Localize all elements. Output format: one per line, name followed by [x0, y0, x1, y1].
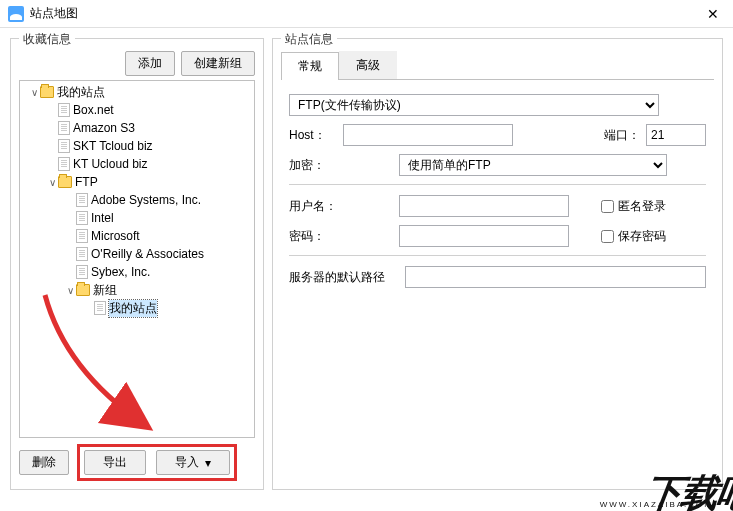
tree-item-label: SKT Tcloud biz	[73, 139, 153, 153]
tree-item-label: FTP	[75, 175, 98, 189]
tree-item-label: Intel	[91, 211, 114, 225]
tree-item-label: Box.net	[73, 103, 114, 117]
tree-item[interactable]: ∨新组	[20, 281, 254, 299]
site-info-group: 站点信息 常规 高级 FTP(文件传输协议) Host： 端口： 加密：	[272, 38, 723, 490]
port-input[interactable]	[646, 124, 706, 146]
add-button[interactable]: 添加	[125, 51, 175, 76]
tree-item-label: Adobe Systems, Inc.	[91, 193, 201, 207]
password-input[interactable]	[399, 225, 569, 247]
tree-item-label: 我的站点	[109, 300, 157, 317]
tree-expander-icon[interactable]: ∨	[28, 87, 40, 98]
tree-item[interactable]: Intel	[20, 209, 254, 227]
protocol-select[interactable]: FTP(文件传输协议)	[289, 94, 659, 116]
username-label: 用户名：	[289, 198, 337, 215]
save-password-checkbox[interactable]: 保存密码	[601, 228, 666, 245]
file-icon	[76, 211, 88, 225]
tab-general[interactable]: 常规	[281, 52, 339, 80]
title-bar: 站点地图 ✕	[0, 0, 733, 28]
tree-item[interactable]: Sybex, Inc.	[20, 263, 254, 281]
encryption-select[interactable]: 使用简单的FTP	[399, 154, 667, 176]
chevron-down-icon: ▾	[205, 456, 211, 470]
tree-item-label: KT Ucloud biz	[73, 157, 147, 171]
site-tree[interactable]: ∨我的站点Box.netAmazon S3SKT Tcloud bizKT Uc…	[19, 80, 255, 438]
username-input[interactable]	[399, 195, 569, 217]
tree-item[interactable]: Microsoft	[20, 227, 254, 245]
host-input[interactable]	[343, 124, 513, 146]
file-icon	[76, 265, 88, 279]
delete-button[interactable]: 删除	[19, 450, 69, 475]
favorites-title: 收藏信息	[19, 31, 75, 48]
tree-item[interactable]: KT Ucloud biz	[20, 155, 254, 173]
port-label: 端口：	[604, 127, 640, 144]
tree-item-label: Microsoft	[91, 229, 140, 243]
export-import-highlight: 导出 导入▾	[77, 444, 237, 481]
close-button[interactable]: ✕	[701, 4, 725, 24]
file-icon	[76, 247, 88, 261]
file-icon	[58, 139, 70, 153]
tree-item[interactable]: O'Reilly & Associates	[20, 245, 254, 263]
tree-item-label: O'Reilly & Associates	[91, 247, 204, 261]
tree-expander-icon[interactable]: ∨	[46, 177, 58, 188]
import-button[interactable]: 导入▾	[156, 450, 230, 475]
site-info-title: 站点信息	[281, 31, 337, 48]
tab-advanced[interactable]: 高级	[339, 51, 397, 79]
new-group-button[interactable]: 创建新组	[181, 51, 255, 76]
encryption-label: 加密：	[289, 157, 337, 174]
tree-item[interactable]: SKT Tcloud biz	[20, 137, 254, 155]
anonymous-checkbox[interactable]: 匿名登录	[601, 198, 666, 215]
tree-item[interactable]: Amazon S3	[20, 119, 254, 137]
file-icon	[58, 103, 70, 117]
file-icon	[58, 121, 70, 135]
host-label: Host：	[289, 127, 337, 144]
tree-item-label: 我的站点	[57, 84, 105, 101]
folder-icon	[40, 86, 54, 98]
tree-item[interactable]: 我的站点	[20, 299, 254, 317]
tree-item[interactable]: ∨FTP	[20, 173, 254, 191]
app-icon	[8, 6, 24, 22]
folder-icon	[58, 176, 72, 188]
tree-item[interactable]: ∨我的站点	[20, 83, 254, 101]
file-icon	[58, 157, 70, 171]
export-button[interactable]: 导出	[84, 450, 146, 475]
folder-icon	[76, 284, 90, 296]
file-icon	[94, 301, 106, 315]
watermark-url: WWW.XIAZAIBA.COM	[600, 500, 713, 509]
tabs: 常规 高级	[281, 51, 714, 80]
default-path-label: 服务器的默认路径	[289, 269, 399, 286]
password-label: 密码：	[289, 228, 337, 245]
default-path-input[interactable]	[405, 266, 706, 288]
tree-expander-icon[interactable]: ∨	[64, 285, 76, 296]
file-icon	[76, 193, 88, 207]
window-title: 站点地图	[30, 5, 78, 22]
tree-item-label: Amazon S3	[73, 121, 135, 135]
tree-item-label: 新组	[93, 282, 117, 299]
favorites-group: 收藏信息 添加 创建新组 ∨我的站点Box.netAmazon S3SKT Tc…	[10, 38, 264, 490]
tree-item[interactable]: Adobe Systems, Inc.	[20, 191, 254, 209]
tree-item[interactable]: Box.net	[20, 101, 254, 119]
file-icon	[76, 229, 88, 243]
tree-item-label: Sybex, Inc.	[91, 265, 150, 279]
